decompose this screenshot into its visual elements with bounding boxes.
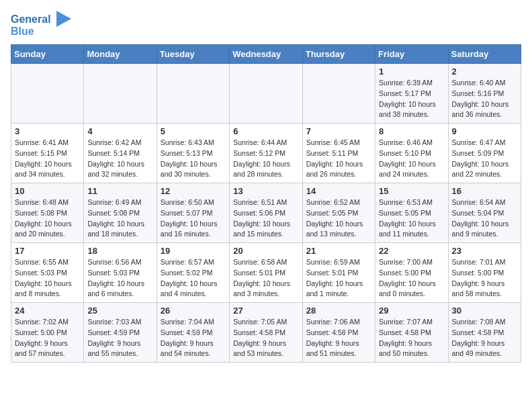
calendar-day-cell: 3Sunrise: 6:41 AM Sunset: 5:15 PM Daylig… [11, 124, 84, 183]
day-info: Sunrise: 6:39 AM Sunset: 5:17 PM Dayligh… [379, 78, 444, 120]
calendar-day-cell: 28Sunrise: 7:06 AM Sunset: 4:58 PM Dayli… [302, 303, 375, 363]
day-number: 15 [379, 186, 444, 196]
day-number: 30 [452, 306, 517, 316]
calendar-day-cell: 25Sunrise: 7:03 AM Sunset: 4:59 PM Dayli… [84, 303, 157, 363]
calendar-day-cell: 24Sunrise: 7:02 AM Sunset: 5:00 PM Dayli… [11, 303, 84, 363]
calendar-day-cell: 22Sunrise: 7:00 AM Sunset: 5:00 PM Dayli… [375, 243, 448, 303]
day-info: Sunrise: 6:55 AM Sunset: 5:03 PM Dayligh… [15, 257, 80, 300]
day-header: Saturday [448, 45, 521, 64]
day-info: Sunrise: 6:56 AM Sunset: 5:03 PM Dayligh… [87, 257, 152, 300]
day-number: 3 [15, 126, 80, 136]
day-info: Sunrise: 6:49 AM Sunset: 5:08 PM Dayligh… [87, 197, 152, 240]
day-number: 21 [306, 246, 371, 256]
day-info: Sunrise: 6:41 AM Sunset: 5:15 PM Dayligh… [15, 138, 80, 180]
day-number: 28 [306, 306, 371, 316]
day-number: 29 [379, 306, 444, 316]
calendar-day-cell [302, 64, 375, 124]
day-info: Sunrise: 6:57 AM Sunset: 5:02 PM Dayligh… [161, 257, 226, 300]
day-header: Tuesday [157, 45, 229, 64]
logo-svg: GeneralBlue [11, 11, 71, 38]
calendar-table: SundayMondayTuesdayWednesdayThursdayFrid… [11, 44, 521, 363]
day-header: Monday [84, 45, 157, 64]
day-info: Sunrise: 7:01 AM Sunset: 5:00 PM Dayligh… [452, 257, 517, 300]
calendar-day-cell: 19Sunrise: 6:57 AM Sunset: 5:02 PM Dayli… [157, 243, 229, 303]
day-number: 2 [452, 66, 517, 77]
calendar-day-cell: 13Sunrise: 6:51 AM Sunset: 5:06 PM Dayli… [230, 183, 302, 243]
day-info: Sunrise: 6:58 AM Sunset: 5:01 PM Dayligh… [233, 257, 298, 300]
calendar-day-cell: 4Sunrise: 6:42 AM Sunset: 5:14 PM Daylig… [84, 124, 157, 183]
logo-box: GeneralBlue [11, 11, 71, 38]
day-info: Sunrise: 7:02 AM Sunset: 5:00 PM Dayligh… [15, 317, 80, 359]
day-info: Sunrise: 6:53 AM Sunset: 5:05 PM Dayligh… [379, 197, 444, 240]
calendar-day-cell: 14Sunrise: 6:52 AM Sunset: 5:05 PM Dayli… [302, 183, 375, 243]
calendar-day-cell: 26Sunrise: 7:04 AM Sunset: 4:59 PM Dayli… [157, 303, 229, 363]
day-info: Sunrise: 7:07 AM Sunset: 4:58 PM Dayligh… [379, 317, 444, 359]
day-number: 5 [161, 126, 226, 136]
calendar-day-cell: 7Sunrise: 6:45 AM Sunset: 5:11 PM Daylig… [302, 124, 375, 183]
day-info: Sunrise: 6:54 AM Sunset: 5:04 PM Dayligh… [452, 197, 517, 240]
day-header: Wednesday [230, 45, 302, 64]
day-number: 13 [233, 186, 298, 196]
calendar-day-cell: 20Sunrise: 6:58 AM Sunset: 5:01 PM Dayli… [230, 243, 302, 303]
day-info: Sunrise: 6:50 AM Sunset: 5:07 PM Dayligh… [161, 197, 226, 240]
svg-text:General: General [11, 13, 51, 25]
day-info: Sunrise: 6:51 AM Sunset: 5:06 PM Dayligh… [233, 197, 298, 240]
day-number: 14 [306, 186, 371, 196]
day-number: 7 [306, 126, 371, 136]
calendar-day-cell: 9Sunrise: 6:47 AM Sunset: 5:09 PM Daylig… [448, 124, 521, 183]
day-number: 25 [87, 306, 152, 316]
calendar-header: SundayMondayTuesdayWednesdayThursdayFrid… [11, 45, 521, 64]
day-info: Sunrise: 6:52 AM Sunset: 5:05 PM Dayligh… [306, 197, 371, 240]
day-number: 16 [452, 186, 517, 196]
logo: GeneralBlue [11, 11, 71, 38]
calendar-week-row: 1Sunrise: 6:39 AM Sunset: 5:17 PM Daylig… [11, 64, 521, 124]
header-row: SundayMondayTuesdayWednesdayThursdayFrid… [11, 45, 521, 64]
day-number: 1 [379, 66, 444, 77]
day-info: Sunrise: 6:45 AM Sunset: 5:11 PM Dayligh… [306, 138, 371, 180]
day-number: 23 [452, 246, 517, 256]
calendar-week-row: 3Sunrise: 6:41 AM Sunset: 5:15 PM Daylig… [11, 124, 521, 183]
day-number: 11 [87, 186, 152, 196]
calendar-day-cell [157, 64, 229, 124]
day-info: Sunrise: 7:00 AM Sunset: 5:00 PM Dayligh… [379, 257, 444, 300]
calendar-day-cell [84, 64, 157, 124]
day-header: Friday [375, 45, 448, 64]
calendar-day-cell: 10Sunrise: 6:48 AM Sunset: 5:08 PM Dayli… [11, 183, 84, 243]
calendar-day-cell: 6Sunrise: 6:44 AM Sunset: 5:12 PM Daylig… [230, 124, 302, 183]
calendar-day-cell [230, 64, 302, 124]
day-number: 6 [233, 126, 298, 136]
calendar-day-cell [11, 64, 84, 124]
day-header: Sunday [11, 45, 84, 64]
day-number: 27 [233, 306, 298, 316]
day-info: Sunrise: 6:48 AM Sunset: 5:08 PM Dayligh… [15, 197, 80, 240]
day-info: Sunrise: 6:59 AM Sunset: 5:01 PM Dayligh… [306, 257, 371, 300]
day-number: 9 [452, 126, 517, 136]
day-info: Sunrise: 6:47 AM Sunset: 5:09 PM Dayligh… [452, 138, 517, 180]
calendar-day-cell: 8Sunrise: 6:46 AM Sunset: 5:10 PM Daylig… [375, 124, 448, 183]
calendar-week-row: 17Sunrise: 6:55 AM Sunset: 5:03 PM Dayli… [11, 243, 521, 303]
day-number: 12 [161, 186, 226, 196]
day-number: 8 [379, 126, 444, 136]
day-number: 17 [15, 246, 80, 256]
calendar-day-cell: 16Sunrise: 6:54 AM Sunset: 5:04 PM Dayli… [448, 183, 521, 243]
calendar-day-cell: 11Sunrise: 6:49 AM Sunset: 5:08 PM Dayli… [84, 183, 157, 243]
calendar-body: 1Sunrise: 6:39 AM Sunset: 5:17 PM Daylig… [11, 64, 521, 363]
day-info: Sunrise: 6:46 AM Sunset: 5:10 PM Dayligh… [379, 138, 444, 180]
svg-text:Blue: Blue [11, 26, 34, 37]
calendar-day-cell: 18Sunrise: 6:56 AM Sunset: 5:03 PM Dayli… [84, 243, 157, 303]
day-info: Sunrise: 6:42 AM Sunset: 5:14 PM Dayligh… [87, 138, 152, 180]
day-number: 22 [379, 246, 444, 256]
day-info: Sunrise: 7:03 AM Sunset: 4:59 PM Dayligh… [87, 317, 152, 359]
day-info: Sunrise: 6:44 AM Sunset: 5:12 PM Dayligh… [233, 138, 298, 180]
day-number: 26 [161, 306, 226, 316]
day-number: 18 [87, 246, 152, 256]
calendar-week-row: 24Sunrise: 7:02 AM Sunset: 5:00 PM Dayli… [11, 303, 521, 363]
svg-marker-2 [56, 11, 71, 27]
day-number: 19 [161, 246, 226, 256]
calendar-day-cell: 30Sunrise: 7:08 AM Sunset: 4:58 PM Dayli… [448, 303, 521, 363]
calendar-day-cell: 17Sunrise: 6:55 AM Sunset: 5:03 PM Dayli… [11, 243, 84, 303]
calendar-day-cell: 1Sunrise: 6:39 AM Sunset: 5:17 PM Daylig… [375, 64, 448, 124]
calendar-day-cell: 12Sunrise: 6:50 AM Sunset: 5:07 PM Dayli… [157, 183, 229, 243]
calendar-day-cell: 27Sunrise: 7:05 AM Sunset: 4:58 PM Dayli… [230, 303, 302, 363]
calendar-day-cell: 21Sunrise: 6:59 AM Sunset: 5:01 PM Dayli… [302, 243, 375, 303]
